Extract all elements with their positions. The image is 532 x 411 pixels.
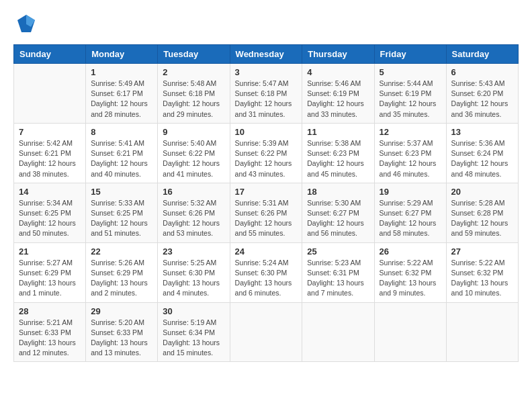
day-info: Sunrise: 5:47 AMSunset: 6:18 PMDaylight:… bbox=[235, 79, 298, 120]
calendar-cell: 3 Sunrise: 5:47 AMSunset: 6:18 PMDayligh… bbox=[230, 64, 302, 124]
calendar-cell: 29 Sunrise: 5:20 AMSunset: 6:33 PMDaylig… bbox=[86, 302, 158, 362]
day-info: Sunrise: 5:41 AMSunset: 6:21 PMDaylight:… bbox=[91, 138, 152, 179]
day-number: 16 bbox=[163, 187, 224, 197]
day-info: Sunrise: 5:22 AMSunset: 6:32 PMDaylight:… bbox=[451, 258, 513, 299]
day-info: Sunrise: 5:23 AMSunset: 6:31 PMDaylight:… bbox=[307, 258, 369, 299]
day-number: 28 bbox=[19, 306, 81, 316]
calendar-cell: 23 Sunrise: 5:25 AMSunset: 6:30 PMDaylig… bbox=[158, 242, 230, 302]
calendar-cell: 4 Sunrise: 5:46 AMSunset: 6:19 PMDayligh… bbox=[302, 64, 374, 124]
day-number: 29 bbox=[91, 306, 152, 316]
day-info: Sunrise: 5:29 AMSunset: 6:27 PMDaylight:… bbox=[380, 198, 441, 239]
calendar-cell: 19 Sunrise: 5:29 AMSunset: 6:27 PMDaylig… bbox=[374, 183, 446, 242]
calendar-header-row: SundayMondayTuesdayWednesdayThursdayFrid… bbox=[14, 45, 519, 64]
day-number: 14 bbox=[19, 187, 81, 197]
column-header-monday: Monday bbox=[86, 45, 158, 64]
calendar-cell bbox=[230, 302, 302, 362]
calendar-cell: 12 Sunrise: 5:37 AMSunset: 6:23 PMDaylig… bbox=[374, 123, 446, 183]
calendar-week-1: 1 Sunrise: 5:49 AMSunset: 6:17 PMDayligh… bbox=[14, 64, 519, 124]
day-number: 4 bbox=[307, 67, 369, 77]
logo-icon bbox=[16, 13, 36, 34]
day-info: Sunrise: 5:19 AMSunset: 6:34 PMDaylight:… bbox=[163, 318, 224, 359]
calendar-cell: 15 Sunrise: 5:33 AMSunset: 6:25 PMDaylig… bbox=[86, 183, 158, 242]
page-header bbox=[13, 13, 519, 34]
calendar-cell: 6 Sunrise: 5:43 AMSunset: 6:20 PMDayligh… bbox=[446, 64, 518, 124]
day-info: Sunrise: 5:26 AMSunset: 6:29 PMDaylight:… bbox=[91, 258, 152, 299]
day-info: Sunrise: 5:44 AMSunset: 6:19 PMDaylight:… bbox=[380, 79, 441, 120]
column-header-friday: Friday bbox=[374, 45, 446, 64]
calendar-week-3: 14 Sunrise: 5:34 AMSunset: 6:25 PMDaylig… bbox=[14, 183, 519, 242]
day-info: Sunrise: 5:46 AMSunset: 6:19 PMDaylight:… bbox=[307, 79, 369, 120]
day-number: 13 bbox=[451, 127, 513, 137]
day-number: 6 bbox=[451, 67, 513, 77]
day-number: 30 bbox=[163, 306, 224, 316]
calendar-cell: 5 Sunrise: 5:44 AMSunset: 6:19 PMDayligh… bbox=[374, 64, 446, 124]
day-number: 10 bbox=[235, 127, 298, 137]
calendar-cell: 10 Sunrise: 5:39 AMSunset: 6:22 PMDaylig… bbox=[230, 123, 302, 183]
calendar-cell: 13 Sunrise: 5:36 AMSunset: 6:24 PMDaylig… bbox=[446, 123, 518, 183]
day-number: 24 bbox=[235, 246, 298, 257]
day-info: Sunrise: 5:22 AMSunset: 6:32 PMDaylight:… bbox=[380, 258, 441, 299]
day-info: Sunrise: 5:42 AMSunset: 6:21 PMDaylight:… bbox=[19, 138, 81, 179]
day-info: Sunrise: 5:38 AMSunset: 6:23 PMDaylight:… bbox=[307, 138, 369, 179]
calendar-table: SundayMondayTuesdayWednesdayThursdayFrid… bbox=[13, 44, 519, 362]
calendar-cell: 21 Sunrise: 5:27 AMSunset: 6:29 PMDaylig… bbox=[14, 242, 86, 302]
day-number: 25 bbox=[307, 246, 369, 257]
calendar-cell: 8 Sunrise: 5:41 AMSunset: 6:21 PMDayligh… bbox=[86, 123, 158, 183]
day-number: 7 bbox=[19, 127, 81, 137]
column-header-saturday: Saturday bbox=[446, 45, 518, 64]
day-info: Sunrise: 5:49 AMSunset: 6:17 PMDaylight:… bbox=[91, 79, 152, 120]
day-info: Sunrise: 5:21 AMSunset: 6:33 PMDaylight:… bbox=[19, 318, 81, 359]
day-info: Sunrise: 5:43 AMSunset: 6:20 PMDaylight:… bbox=[451, 79, 513, 120]
day-info: Sunrise: 5:27 AMSunset: 6:29 PMDaylight:… bbox=[19, 258, 81, 299]
day-number: 22 bbox=[91, 246, 152, 257]
day-number: 1 bbox=[91, 67, 152, 77]
calendar-cell: 25 Sunrise: 5:23 AMSunset: 6:31 PMDaylig… bbox=[302, 242, 374, 302]
day-number: 11 bbox=[307, 127, 369, 137]
day-info: Sunrise: 5:28 AMSunset: 6:28 PMDaylight:… bbox=[451, 198, 513, 239]
calendar-week-5: 28 Sunrise: 5:21 AMSunset: 6:33 PMDaylig… bbox=[14, 302, 519, 362]
day-number: 8 bbox=[91, 127, 152, 137]
day-number: 2 bbox=[163, 67, 224, 77]
calendar-week-4: 21 Sunrise: 5:27 AMSunset: 6:29 PMDaylig… bbox=[14, 242, 519, 302]
day-info: Sunrise: 5:37 AMSunset: 6:23 PMDaylight:… bbox=[380, 138, 441, 179]
calendar-cell: 28 Sunrise: 5:21 AMSunset: 6:33 PMDaylig… bbox=[14, 302, 86, 362]
column-header-thursday: Thursday bbox=[302, 45, 374, 64]
day-info: Sunrise: 5:33 AMSunset: 6:25 PMDaylight:… bbox=[91, 198, 152, 239]
column-header-sunday: Sunday bbox=[14, 45, 86, 64]
day-number: 12 bbox=[380, 127, 441, 137]
calendar-cell: 14 Sunrise: 5:34 AMSunset: 6:25 PMDaylig… bbox=[14, 183, 86, 242]
logo bbox=[13, 13, 36, 34]
calendar-cell: 20 Sunrise: 5:28 AMSunset: 6:28 PMDaylig… bbox=[446, 183, 518, 242]
calendar-cell: 7 Sunrise: 5:42 AMSunset: 6:21 PMDayligh… bbox=[14, 123, 86, 183]
calendar-cell bbox=[302, 302, 374, 362]
day-number: 19 bbox=[380, 187, 441, 197]
calendar-cell: 17 Sunrise: 5:31 AMSunset: 6:26 PMDaylig… bbox=[230, 183, 302, 242]
day-number: 9 bbox=[163, 127, 224, 137]
calendar-cell bbox=[14, 64, 86, 124]
calendar-cell: 9 Sunrise: 5:40 AMSunset: 6:22 PMDayligh… bbox=[158, 123, 230, 183]
day-info: Sunrise: 5:32 AMSunset: 6:26 PMDaylight:… bbox=[163, 198, 224, 239]
calendar-cell: 11 Sunrise: 5:38 AMSunset: 6:23 PMDaylig… bbox=[302, 123, 374, 183]
day-number: 20 bbox=[451, 187, 513, 197]
day-number: 15 bbox=[91, 187, 152, 197]
day-info: Sunrise: 5:20 AMSunset: 6:33 PMDaylight:… bbox=[91, 318, 152, 359]
day-info: Sunrise: 5:36 AMSunset: 6:24 PMDaylight:… bbox=[451, 138, 513, 179]
day-number: 5 bbox=[380, 67, 441, 77]
calendar-cell: 18 Sunrise: 5:30 AMSunset: 6:27 PMDaylig… bbox=[302, 183, 374, 242]
day-info: Sunrise: 5:24 AMSunset: 6:30 PMDaylight:… bbox=[235, 258, 298, 299]
calendar-cell: 26 Sunrise: 5:22 AMSunset: 6:32 PMDaylig… bbox=[374, 242, 446, 302]
calendar-cell bbox=[446, 302, 518, 362]
calendar-cell: 24 Sunrise: 5:24 AMSunset: 6:30 PMDaylig… bbox=[230, 242, 302, 302]
calendar-cell: 2 Sunrise: 5:48 AMSunset: 6:18 PMDayligh… bbox=[158, 64, 230, 124]
day-info: Sunrise: 5:40 AMSunset: 6:22 PMDaylight:… bbox=[163, 138, 224, 179]
column-header-tuesday: Tuesday bbox=[158, 45, 230, 64]
day-info: Sunrise: 5:48 AMSunset: 6:18 PMDaylight:… bbox=[163, 79, 224, 120]
day-info: Sunrise: 5:34 AMSunset: 6:25 PMDaylight:… bbox=[19, 198, 81, 239]
calendar-cell: 30 Sunrise: 5:19 AMSunset: 6:34 PMDaylig… bbox=[158, 302, 230, 362]
calendar-cell: 27 Sunrise: 5:22 AMSunset: 6:32 PMDaylig… bbox=[446, 242, 518, 302]
day-number: 3 bbox=[235, 67, 298, 77]
day-number: 26 bbox=[380, 246, 441, 257]
day-number: 17 bbox=[235, 187, 298, 197]
day-info: Sunrise: 5:31 AMSunset: 6:26 PMDaylight:… bbox=[235, 198, 298, 239]
day-number: 18 bbox=[307, 187, 369, 197]
